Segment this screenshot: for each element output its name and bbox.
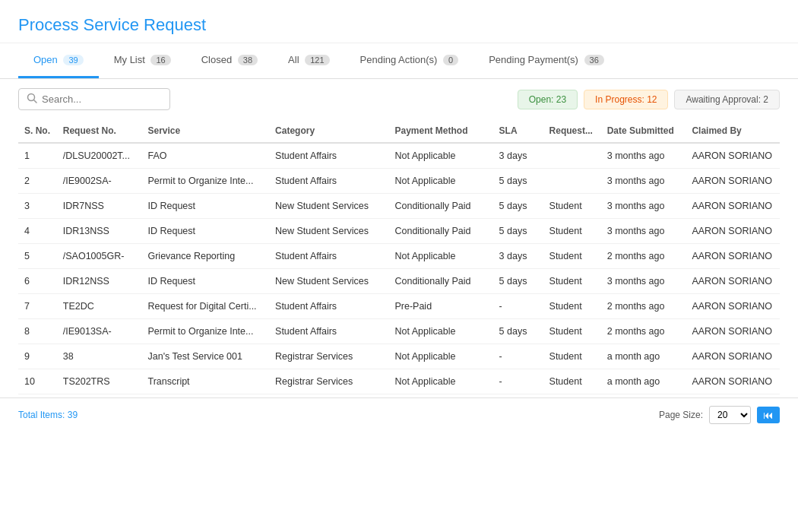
search-box[interactable] — [18, 88, 170, 110]
cell-7: a month ago — [601, 344, 686, 369]
last-page-button[interactable]: ⏮ — [757, 407, 780, 423]
table-row[interactable]: 938Jan's Test Service 001Registrar Servi… — [18, 344, 780, 369]
cell-7: 3 months ago — [601, 143, 686, 169]
cell-2: ID Request — [141, 269, 269, 294]
cell-1: TE2DC — [57, 294, 142, 319]
cell-2: ID Request — [141, 219, 269, 244]
tab-all[interactable]: All 121 — [273, 43, 344, 78]
cell-7: 3 months ago — [601, 269, 686, 294]
total-items-label: Total Items: 39 — [18, 410, 78, 420]
cell-7: 2 months ago — [601, 244, 686, 269]
cell-1: 38 — [57, 344, 142, 369]
cell-5: 5 days — [493, 269, 543, 294]
cell-8: AARON SORIANO — [686, 369, 780, 394]
cell-6: Student — [543, 194, 601, 219]
cell-0: 8 — [18, 319, 57, 344]
tab-all-badge: 121 — [305, 55, 329, 65]
cell-8: AARON SORIANO — [686, 143, 780, 169]
col-header-sno: S. No. — [18, 119, 57, 143]
cell-5: 5 days — [493, 169, 543, 194]
page-size-select[interactable]: 20 50 100 — [709, 406, 751, 424]
table-row[interactable]: 8/IE9013SA-Permit to Organize Inte...Stu… — [18, 319, 780, 344]
table-row[interactable]: 1/DLSU20002T...FAOStudent AffairsNot App… — [18, 143, 780, 169]
cell-2: Jan's Test Service 001 — [141, 344, 269, 369]
cell-8: AARON SORIANO — [686, 194, 780, 219]
table-header-row: S. No. Request No. Service Category Paym… — [18, 119, 780, 143]
page-size-label: Page Size: — [659, 410, 703, 420]
cell-0: 10 — [18, 369, 57, 394]
table-row[interactable]: 7TE2DCRequest for Digital Certi...Studen… — [18, 294, 780, 319]
tab-pending-actions[interactable]: Pending Action(s) 0 — [345, 43, 474, 78]
col-header-category: Category — [269, 119, 388, 143]
tab-open-badge: 39 — [63, 55, 83, 65]
table-row[interactable]: 10TS202TRSTranscriptRegistrar ServicesNo… — [18, 369, 780, 394]
col-header-service: Service — [141, 119, 269, 143]
tab-closed-label: Closed — [201, 54, 232, 65]
cell-4: Conditionally Paid — [388, 194, 492, 219]
tab-closed[interactable]: Closed 38 — [186, 43, 273, 78]
cell-3: New Student Services — [269, 269, 388, 294]
table-container: S. No. Request No. Service Category Paym… — [0, 119, 798, 394]
table-row[interactable]: 6IDR12NSSID RequestNew Student ServicesC… — [18, 269, 780, 294]
tab-pending-payments-label: Pending Payment(s) — [489, 54, 578, 65]
cell-2: ID Request — [141, 194, 269, 219]
cell-2: Grievance Reporting — [141, 244, 269, 269]
cell-5: 5 days — [493, 319, 543, 344]
search-icon — [27, 93, 37, 106]
cell-6 — [543, 169, 601, 194]
cell-4: Not Applicable — [388, 344, 492, 369]
status-badges: Open: 23 In Progress: 12 Awaiting Approv… — [518, 90, 780, 109]
cell-5: 3 days — [493, 143, 543, 169]
cell-3: Student Affairs — [269, 244, 388, 269]
cell-7: 3 months ago — [601, 219, 686, 244]
cell-8: AARON SORIANO — [686, 319, 780, 344]
cell-6: Student — [543, 369, 601, 394]
cell-2: Permit to Organize Inte... — [141, 319, 269, 344]
table-row[interactable]: 4IDR13NSSID RequestNew Student ServicesC… — [18, 219, 780, 244]
cell-2: Permit to Organize Inte... — [141, 169, 269, 194]
col-header-request: Request... — [543, 119, 601, 143]
cell-7: 3 months ago — [601, 169, 686, 194]
table-row[interactable]: 2/IE9002SA-Permit to Organize Inte...Stu… — [18, 169, 780, 194]
cell-4: Pre-Paid — [388, 294, 492, 319]
cell-6 — [543, 143, 601, 169]
cell-3: Registrar Services — [269, 369, 388, 394]
col-header-claimed: Claimed By — [686, 119, 780, 143]
cell-4: Not Applicable — [388, 169, 492, 194]
toolbar: Open: 23 In Progress: 12 Awaiting Approv… — [0, 79, 798, 119]
tab-mylist-label: My List — [114, 54, 145, 65]
cell-8: AARON SORIANO — [686, 269, 780, 294]
cell-1: TS202TRS — [57, 369, 142, 394]
tab-pending-payments[interactable]: Pending Payment(s) 36 — [473, 43, 619, 78]
table-row[interactable]: 5/SAO1005GR-Grievance ReportingStudent A… — [18, 244, 780, 269]
cell-0: 9 — [18, 344, 57, 369]
cell-6: Student — [543, 294, 601, 319]
cell-0: 7 — [18, 294, 57, 319]
cell-6: Student — [543, 244, 601, 269]
cell-2: Transcript — [141, 369, 269, 394]
cell-8: AARON SORIANO — [686, 169, 780, 194]
cell-4: Not Applicable — [388, 244, 492, 269]
tab-pending-payments-badge: 36 — [584, 55, 604, 65]
cell-6: Student — [543, 344, 601, 369]
cell-5: - — [493, 369, 543, 394]
cell-6: Student — [543, 319, 601, 344]
tab-open[interactable]: Open 39 — [18, 43, 99, 78]
cell-1: IDR12NSS — [57, 269, 142, 294]
tab-closed-badge: 38 — [238, 55, 258, 65]
cell-3: Registrar Services — [269, 344, 388, 369]
cell-7: 2 months ago — [601, 319, 686, 344]
page-title: Process Service Request — [18, 15, 780, 35]
cell-3: Student Affairs — [269, 294, 388, 319]
cell-8: AARON SORIANO — [686, 294, 780, 319]
cell-5: 5 days — [493, 219, 543, 244]
table-row[interactable]: 3IDR7NSSID RequestNew Student ServicesCo… — [18, 194, 780, 219]
cell-5: - — [493, 294, 543, 319]
cell-0: 4 — [18, 219, 57, 244]
cell-0: 5 — [18, 244, 57, 269]
tab-pending-actions-label: Pending Action(s) — [360, 54, 438, 65]
cell-7: a month ago — [601, 369, 686, 394]
search-input[interactable] — [42, 93, 162, 105]
tab-mylist[interactable]: My List 16 — [99, 43, 186, 78]
cell-0: 3 — [18, 194, 57, 219]
